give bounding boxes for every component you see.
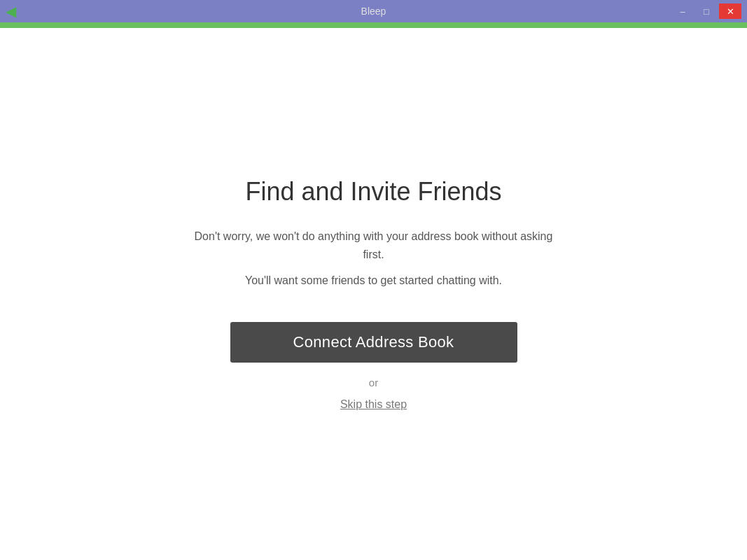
minimize-button[interactable]: –	[671, 4, 694, 19]
window-title: Bleep	[361, 6, 386, 17]
window-controls: – □ ✕	[671, 4, 741, 19]
description-primary: Don't worry, we won't do anything with y…	[192, 227, 556, 263]
title-bar-left: ◀	[6, 3, 16, 20]
accent-bar	[0, 22, 747, 28]
app-window: ◀ Bleep – □ ✕ Find and Invite Friends Do…	[0, 0, 747, 560]
or-separator: or	[369, 377, 378, 388]
description-secondary: You'll want some friends to get started …	[245, 274, 502, 287]
title-bar: ◀ Bleep – □ ✕	[0, 0, 747, 22]
maximize-button[interactable]: □	[695, 4, 718, 19]
connect-address-book-button[interactable]: Connect Address Book	[230, 322, 517, 363]
close-button[interactable]: ✕	[719, 4, 741, 19]
skip-step-link[interactable]: Skip this step	[340, 398, 407, 411]
back-arrow-icon[interactable]: ◀	[6, 3, 16, 20]
content-area: Find and Invite Friends Don't worry, we …	[0, 28, 747, 560]
page-title: Find and Invite Friends	[245, 177, 501, 206]
